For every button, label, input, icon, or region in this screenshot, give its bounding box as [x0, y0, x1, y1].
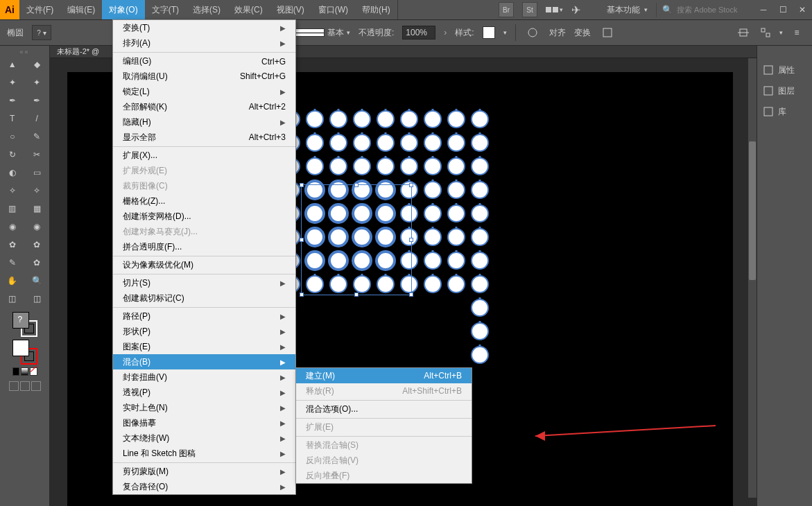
tool-7[interactable]: / [25, 110, 50, 128]
tool-14[interactable]: ✧ [0, 182, 25, 200]
style-swatch[interactable] [483, 26, 495, 39]
tool-27[interactable]: ◫ [25, 290, 50, 308]
tool-2[interactable]: ✦ [0, 73, 25, 91]
tool-6[interactable]: T [0, 110, 25, 128]
draw-normal-icon[interactable] [9, 381, 19, 391]
close-button[interactable]: ✕ [793, 3, 812, 17]
menu-item-封套扭曲[interactable]: 封套扭曲(V)▶ [113, 369, 295, 385]
recolor-icon[interactable] [524, 24, 541, 41]
menu-窗口[interactable]: 窗口(W) [311, 0, 355, 19]
panel-图层[interactable]: 图层 [757, 80, 812, 101]
menu-帮助[interactable]: 帮助(H) [355, 0, 397, 19]
tool-17[interactable]: ▦ [25, 200, 50, 218]
panel-属性[interactable]: 属性 [757, 60, 812, 80]
menu-item-扩展[interactable]: 扩展(X)... [113, 146, 295, 163]
panel-库[interactable]: 库 [757, 101, 812, 122]
menu-item-显示全部[interactable]: 显示全部Alt+Ctrl+3 [113, 130, 295, 145]
menu-item-编组[interactable]: 编组(G)Ctrl+G [113, 52, 295, 69]
menu-编辑[interactable]: 编辑(E) [60, 0, 102, 19]
menu-效果[interactable]: 效果(C) [227, 0, 270, 19]
menu-item-图像描摹[interactable]: 图像描摹▶ [113, 415, 295, 430]
align-pixel-icon[interactable] [735, 24, 752, 41]
gradient-mode-icon[interactable] [21, 367, 28, 376]
workspace-switcher[interactable]: 基本功能▾ [598, 3, 657, 17]
tool-20[interactable]: ✿ [0, 236, 25, 254]
maximize-button[interactable]: ☐ [773, 3, 793, 17]
color-mode-icon[interactable] [12, 367, 20, 376]
menu-文字[interactable]: 文字(T) [145, 0, 186, 19]
menu-item-拼合透明度[interactable]: 拼合透明度(F)... [113, 239, 295, 254]
bridge-icon[interactable]: Br [499, 2, 514, 17]
tool-0[interactable]: ▲ [0, 55, 25, 73]
menu-对象[interactable]: 对象(O) [102, 0, 144, 19]
vertical-scrollbar[interactable] [748, 58, 757, 498]
arrange-documents-icon[interactable]: ▾ [546, 6, 563, 13]
menu-item-混合[interactable]: 混合(B)▶ [113, 354, 295, 369]
menu-item-设为像素级优化[interactable]: 设为像素级优化(M) [113, 256, 295, 272]
menu-item-图案[interactable]: 图案(E)▶ [113, 339, 295, 354]
tool-12[interactable]: ◐ [0, 164, 25, 182]
draw-behind-icon[interactable] [20, 381, 30, 391]
snap-icon[interactable] [757, 24, 774, 41]
gpu-icon[interactable]: ✈ [571, 3, 580, 17]
tool-3[interactable]: ✦ [25, 73, 50, 91]
menu-item-隐藏[interactable]: 隐藏(H)▶ [113, 114, 295, 130]
tool-9[interactable]: ✎ [25, 128, 50, 146]
menu-item-复合路径[interactable]: 复合路径(O)▶ [113, 479, 295, 494]
search-field[interactable]: 🔍 搜索 Adobe Stock [657, 5, 754, 15]
menu-item-切片[interactable]: 切片(S)▶ [113, 274, 295, 290]
menu-item-全部解锁[interactable]: 全部解锁(K)Alt+Ctrl+2 [113, 99, 295, 114]
menu-item-路径[interactable]: 路径(P)▶ [113, 307, 295, 324]
menu-item-取消编组[interactable]: 取消编组(U)Shift+Ctrl+G [113, 69, 295, 84]
tool-15[interactable]: ✧ [25, 182, 50, 200]
panel-grip[interactable]: «« [0, 49, 49, 55]
shape-style-preview[interactable]: ? ▾ [32, 25, 51, 40]
menu-item-变换[interactable]: 变换(T)▶ [113, 20, 295, 35]
tool-21[interactable]: ✿ [25, 236, 50, 254]
tool-8[interactable]: ○ [0, 128, 25, 146]
menu-视图[interactable]: 视图(V) [270, 0, 311, 19]
tool-4[interactable]: ✒ [0, 91, 25, 110]
tool-24[interactable]: ✋ [0, 272, 25, 290]
tool-26[interactable]: ◫ [0, 290, 25, 308]
menu-item-创建裁切标记[interactable]: 创建裁切标记(C) [113, 290, 295, 306]
menu-item-透视[interactable]: 透视(P)▶ [113, 385, 295, 400]
tool-1[interactable]: ◆ [25, 55, 50, 73]
none-mode-icon[interactable] [30, 367, 37, 376]
opacity-input[interactable] [402, 26, 435, 40]
fill-stroke-swatch[interactable] [12, 312, 37, 337]
menu-item-栅格化[interactable]: 栅格化(Z)... [113, 193, 295, 209]
tool-25[interactable]: 🔍 [25, 272, 50, 290]
menu-选择[interactable]: 选择(S) [186, 0, 227, 19]
menu-文件[interactable]: 文件(F) [19, 0, 60, 19]
transform-label[interactable]: 变换 [574, 27, 591, 39]
align-label[interactable]: 对齐 [549, 27, 566, 39]
document-tab[interactable]: 未标题-2* @ [57, 46, 99, 57]
tool-10[interactable]: ↻ [0, 146, 25, 164]
tool-11[interactable]: ✂ [25, 146, 50, 164]
minimize-button[interactable]: ─ [754, 3, 773, 17]
submenu-item-混合选项[interactable]: 混合选项(O)... [296, 400, 472, 417]
menu-item-Line 和 Sketch 图稿[interactable]: Line 和 Sketch 图稿▶ [113, 446, 295, 461]
default-fill-stroke[interactable] [12, 340, 37, 365]
tool-13[interactable]: ▭ [25, 164, 50, 182]
tool-19[interactable]: ◉ [25, 218, 50, 236]
panel-menu-icon[interactable]: ≡ [788, 24, 805, 41]
menu-item-实时上色[interactable]: 实时上色(N)▶ [113, 400, 295, 415]
expand-icon[interactable]: › [444, 28, 447, 37]
tool-18[interactable]: ◉ [0, 218, 25, 236]
tool-23[interactable]: ✿ [25, 254, 50, 272]
stock-icon[interactable]: St [522, 2, 537, 17]
tool-16[interactable]: ▥ [0, 200, 25, 218]
isolate-icon[interactable] [599, 24, 616, 41]
draw-inside-icon[interactable] [31, 381, 41, 391]
menu-item-形状[interactable]: 形状(P)▶ [113, 324, 295, 339]
menu-item-创建渐变网格[interactable]: 创建渐变网格(D)... [113, 209, 295, 224]
selection-bounds[interactable] [301, 184, 412, 295]
menu-item-剪切蒙版[interactable]: 剪切蒙版(M)▶ [113, 462, 295, 479]
menu-item-排列[interactable]: 排列(A)▶ [113, 35, 295, 51]
menu-item-文本绕排[interactable]: 文本绕排(W)▶ [113, 430, 295, 446]
menu-item-锁定[interactable]: 锁定(L)▶ [113, 84, 295, 99]
submenu-item-建立[interactable]: 建立(M)Alt+Ctrl+B [296, 368, 472, 383]
tool-5[interactable]: ✒ [25, 91, 50, 110]
